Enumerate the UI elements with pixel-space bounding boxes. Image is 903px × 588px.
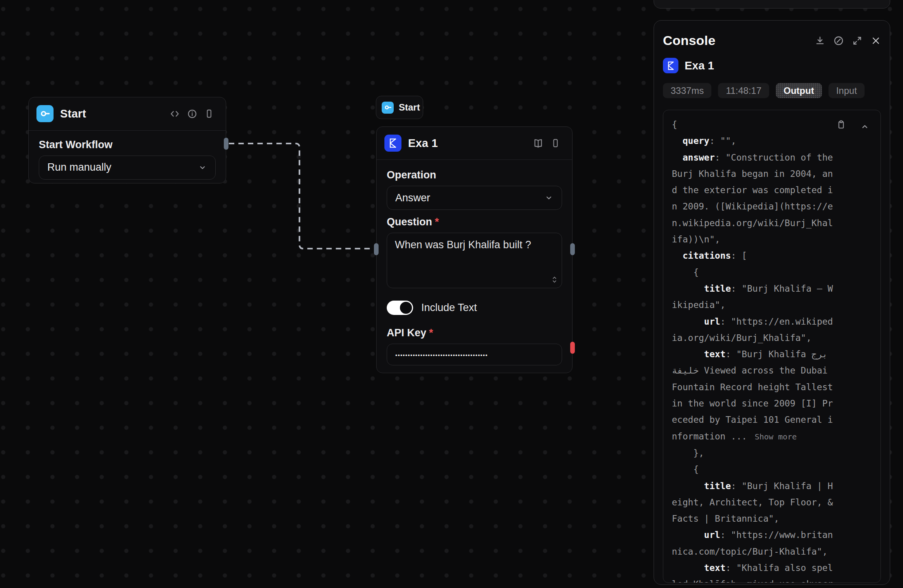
exa-node-header: Exa 1 [377, 127, 572, 160]
code-line: led Khalīfah, mixed-use skyscr [672, 576, 841, 583]
output-handle[interactable] [224, 138, 228, 150]
workflow-canvas[interactable]: Start Start Workflow Run manually [0, 0, 903, 588]
code-line: Fountain Record height Tallest [672, 379, 841, 395]
book-icon[interactable] [533, 138, 544, 149]
code-line: in the world since 2009 [I] Pr [672, 395, 841, 412]
field-label: Operation [387, 169, 562, 181]
code-line: url: "https://en.wikiped [672, 313, 841, 330]
node-title: Exa 1 [408, 137, 526, 150]
exa-icon [663, 58, 678, 73]
code-line: n 2009. ([Wikipedia](https://e [672, 198, 841, 214]
phone-icon[interactable] [550, 138, 560, 148]
api-key-input[interactable]: ••••••••••••••••••••••••••••••••••••• [387, 344, 562, 365]
exa-icon [384, 135, 401, 152]
timestamp-badge: 11:48:17 [718, 83, 769, 98]
field-label: API Key* [387, 327, 562, 339]
console-panel: Console Exa 1 3337ms 11:48:17 Output [654, 20, 890, 585]
badge-label: Start [399, 102, 420, 113]
show-more-link[interactable]: Show more [755, 432, 797, 441]
duration-badge: 3337ms [663, 83, 711, 98]
code-line: خليفة Viewed across the Dubai [672, 362, 841, 379]
code-line: }, [672, 445, 841, 461]
expand-icon[interactable] [852, 35, 863, 46]
start-node[interactable]: Start Start Workflow Run manually [28, 97, 226, 183]
start-icon [382, 102, 394, 114]
code-line: text: "Khalifa also spel [672, 560, 841, 576]
field-label: Question* [387, 216, 562, 228]
code-line: citations: [ [672, 247, 841, 264]
masked-value: ••••••••••••••••••••••••••••••••••••• [395, 352, 488, 358]
code-line: answer: "Construction of the [672, 149, 841, 166]
code-line: ia.org/wiki/Burj_Khalifa", [672, 330, 841, 346]
code-line: Burj Khalifa began in 2004, an [672, 166, 841, 182]
code-line: query: "", [672, 133, 841, 149]
code-line: nformation ... Show more [672, 428, 841, 445]
copy-icon[interactable] [836, 119, 846, 130]
chevron-down-icon [544, 193, 554, 202]
code-line: Facts | Britannica", [672, 510, 841, 527]
run-mode-select[interactable]: Run manually [39, 156, 216, 180]
code-lines: { query: "", answer: "Construction of th… [672, 116, 841, 583]
select-value: Run manually [47, 161, 111, 173]
field-label: Start Workflow [39, 139, 216, 151]
code-icon[interactable] [169, 108, 180, 119]
start-node-header: Start [29, 97, 226, 131]
collapse-icon[interactable] [860, 122, 870, 131]
select-value: Answer [395, 192, 430, 204]
code-line: n.wikipedia.org/wiki/Burj_Khal [672, 215, 841, 231]
include-text-toggle[interactable] [387, 301, 413, 315]
code-line: ikipedia", [672, 297, 841, 313]
code-line: eceded by Taipei 101 General i [672, 412, 841, 428]
code-line: title: "Burj Khalifa – W [672, 280, 841, 297]
exa-start-badge[interactable]: Start [376, 96, 423, 119]
console-node-title: Exa 1 [685, 59, 714, 72]
code-line: ifa))\n", [672, 231, 841, 247]
error-handle[interactable] [570, 342, 575, 354]
code-line: text: "Burj Khalifa برج [672, 346, 841, 362]
code-line: { [672, 116, 841, 133]
start-icon [36, 105, 54, 122]
code-line: nica.com/topic/Burj-Khalifa", [672, 543, 841, 560]
toggle-label: Include Text [421, 302, 477, 314]
code-line: title: "Burj Khalifa | H [672, 478, 841, 494]
code-line: { [672, 264, 841, 280]
code-line: url: "https://www.britan [672, 527, 841, 543]
resize-handle-icon[interactable] [551, 276, 558, 285]
info-icon[interactable] [187, 109, 197, 119]
code-line: eight, Architect, Top Floor, & [672, 494, 841, 510]
clear-icon[interactable] [833, 35, 844, 46]
close-icon[interactable] [870, 35, 881, 46]
phone-icon[interactable] [204, 109, 214, 119]
code-block[interactable]: { query: "", answer: "Construction of th… [663, 110, 881, 583]
textarea-value: When was Burj Khalifa built ? [395, 239, 554, 251]
required-mark: * [435, 216, 439, 228]
console-title: Console [663, 33, 716, 48]
download-icon[interactable] [815, 35, 825, 46]
question-textarea[interactable]: When was Burj Khalifa built ? [387, 233, 562, 288]
toolbar-strip [654, 0, 890, 9]
code-line: { [672, 461, 841, 477]
toggle-knob [400, 302, 412, 314]
exa-node[interactable]: Exa 1 Operation Answer Question* When wa… [376, 126, 573, 373]
code-line: d the exterior was completed i [672, 182, 841, 198]
tab-output[interactable]: Output [776, 83, 822, 98]
output-handle[interactable] [570, 243, 575, 255]
tab-input[interactable]: Input [829, 83, 865, 98]
input-handle[interactable] [374, 243, 379, 255]
chevron-down-icon [198, 163, 207, 172]
required-mark: * [429, 327, 433, 339]
node-title: Start [60, 107, 163, 120]
operation-select[interactable]: Answer [387, 186, 562, 210]
